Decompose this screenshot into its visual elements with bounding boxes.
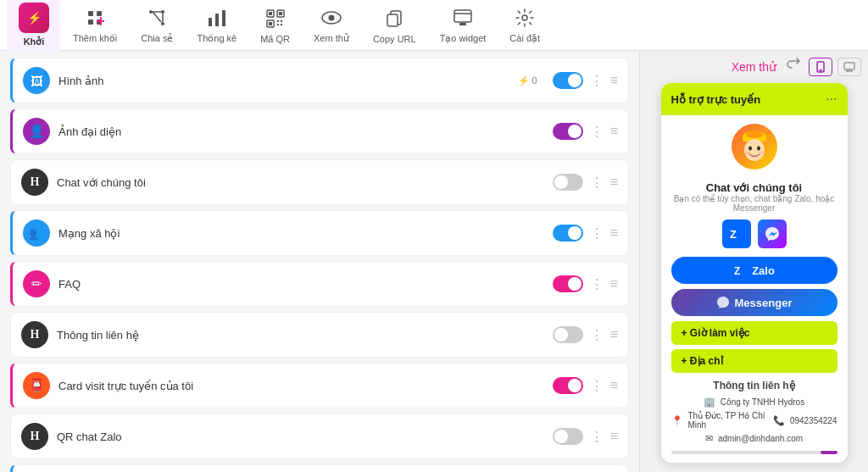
svg-point-8 [161,22,164,25]
desktop-view-btn[interactable] [837,58,861,76]
svg-point-43 [748,147,752,151]
widget-header: Hỗ trợ trực tuyến ··· [661,83,848,115]
add-icon [83,6,107,30]
anh-dai-dien-more[interactable]: ⋮ [590,124,604,140]
card-visit-actions: ⋮ ≡ [553,377,618,394]
messenger-channel-icon[interactable] [758,219,787,248]
svg-point-45 [745,151,750,154]
hinh-anh-count: ⚡ 0 [518,75,537,86]
anh-dai-dien-drag[interactable]: ≡ [610,124,618,139]
row-hinh-anh: 🖼 Hình ảnh ⚡ 0 ⋮ ≡ [10,58,629,103]
mobile-view-btn[interactable] [809,58,832,76]
svg-rect-0 [88,11,93,16]
row-thong-tin-lien-he: H Thông tin liên hệ ⋮ ≡ [10,312,629,358]
company-icon: 🏢 [704,397,715,408]
toolbar-label-copy-url: Copy URL [373,34,416,44]
zalo-button[interactable]: Z Zalo [671,257,837,284]
toolbar-item-khoi[interactable]: ⚡ Khởi [7,0,61,53]
svg-rect-21 [277,20,279,22]
svg-text:Z: Z [734,265,740,277]
widget-channel-icons: Z [671,219,837,248]
qr-chat-label: QR chat Zalo [57,430,544,443]
svg-rect-16 [269,12,272,15]
dia-chi-label: + Địa chỉ [682,355,723,367]
phone-icon: 📞 [773,415,785,426]
faq-drag[interactable]: ≡ [610,276,618,292]
thong-tin-toggle[interactable] [553,326,583,343]
toolbar-item-cai-dat[interactable]: Cài đặt [498,1,552,49]
toolbar-label-them-khoi: Thêm khối [73,33,117,44]
phone-widget: Hỗ trợ trực tuyến ··· [661,83,848,463]
svg-rect-28 [454,10,471,22]
card-visit-toggle[interactable] [553,377,583,394]
svg-rect-18 [279,12,282,15]
hinh-anh-more[interactable]: ⋮ [590,73,604,89]
mang-xa-hoi-drag[interactable]: ≡ [610,225,618,241]
svg-rect-34 [844,63,854,69]
svg-rect-2 [88,19,93,25]
row-faq: ✏ FAQ ⋮ ≡ [10,261,629,307]
chat-drag[interactable]: ≡ [610,175,618,190]
email-icon: ✉ [705,433,713,444]
card-visit-drag[interactable]: ≡ [610,378,618,393]
svg-line-11 [153,12,161,22]
hinh-anh-toggle[interactable] [553,72,583,89]
email-text: admin@dinhdanh.com [718,434,803,443]
thong-tin-more[interactable]: ⋮ [590,327,604,343]
toolbar-item-copy-url[interactable]: Copy URL [361,2,428,49]
toolbar-item-xem-thu[interactable]: Xem thử [302,1,361,49]
chat-label: Chat với chúng tôi [57,176,544,189]
svg-rect-20 [269,22,272,25]
svg-rect-1 [97,11,102,16]
toolbar-item-thong-ke[interactable]: Thống kê [185,1,248,49]
hinh-anh-icon: 🖼 [23,67,50,94]
svg-rect-23 [277,24,279,25]
row-chat: H Chat với chúng tôi ⋮ ≡ [10,159,629,205]
anh-dai-dien-icon: 👤 [23,118,50,145]
thong-tin-drag[interactable]: ≡ [610,327,618,342]
card-visit-more[interactable]: ⋮ [590,378,604,394]
thong-tin-icon: H [21,321,48,348]
dia-chi-button[interactable]: + Địa chỉ [671,349,837,373]
zalo-channel-icon[interactable]: Z [722,219,751,248]
gio-lam-viec-button[interactable]: + Giờ làm việc [671,321,837,345]
address-text: Thủ Đức, TP Hồ Chí Minh [688,411,768,430]
anh-dai-dien-toggle[interactable] [553,123,583,140]
toolbar: ⚡ Khởi Thêm khối Chia sẻ Thống kê Mã QR … [0,0,868,51]
share-icon[interactable] [785,58,800,76]
svg-rect-27 [387,14,398,26]
hinh-anh-drag[interactable]: ≡ [610,73,618,88]
settings-icon [513,6,537,30]
qr-chat-drag[interactable]: ≡ [610,429,618,444]
mang-xa-hoi-toggle[interactable] [553,225,583,242]
mang-xa-hoi-more[interactable]: ⋮ [590,225,604,242]
anh-dai-dien-actions: ⋮ ≡ [553,123,618,140]
widget-body: Chat với chúng tôi Bạn có thể tùy chọn, … [661,115,848,463]
row-hinh-anh-2: 🖼 Hình ảnh 🔗 https://zalo.me/0942354224 … [10,464,629,472]
chat-more[interactable]: ⋮ [590,175,604,191]
eye-icon [320,6,343,30]
svg-point-42 [744,139,765,161]
scroll-indicator [671,451,837,454]
mang-xa-hoi-icon: 👥 [23,219,50,247]
qr-chat-icon: H [21,423,48,450]
svg-text:Z: Z [730,228,737,241]
qr-chat-more[interactable]: ⋮ [590,429,604,445]
toolbar-item-them-khoi[interactable]: Thêm khối [61,1,129,49]
faq-toggle[interactable] [553,275,583,292]
chat-toggle[interactable] [553,174,583,191]
row-mang-xa-hoi: 👥 Mạng xã hội ⋮ ≡ [10,210,629,256]
share-icon [145,6,169,30]
toolbar-item-ma-qr[interactable]: Mã QR [248,2,302,49]
qr-chat-toggle[interactable] [553,428,583,445]
toolbar-label-xem-thu: Xem thử [314,33,349,44]
faq-more[interactable]: ⋮ [590,276,604,292]
left-panel: 🖼 Hình ảnh ⚡ 0 ⋮ ≡ 👤 Ảnh đại diện ⋮ ≡ [0,51,639,472]
messenger-button[interactable]: Messenger [671,289,837,316]
toolbar-item-chia-se[interactable]: Chia sẻ [129,1,185,49]
widget-close-icon[interactable]: ··· [826,92,837,107]
toolbar-label-thong-ke: Thống kê [197,33,236,44]
toolbar-item-tao-widget[interactable]: Tạo widget [428,1,498,49]
qr-chat-actions: ⋮ ≡ [553,428,618,445]
gio-lam-viec-label: + Giờ làm việc [682,327,750,339]
